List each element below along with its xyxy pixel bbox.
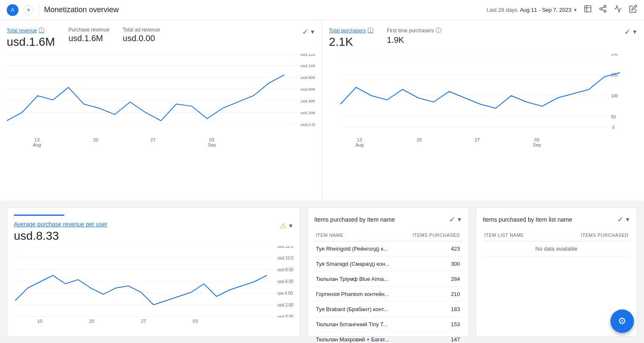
col-items-purchased-header: ITEMS PURCHASED [403, 229, 462, 241]
total-revenue-info-icon[interactable]: ⓘ [39, 27, 44, 34]
purchasers-check-icon: ✓ [624, 27, 631, 37]
total-purchasers-info-icon[interactable]: ⓘ [368, 27, 373, 34]
x-label-aug13: 13Aug [33, 137, 41, 147]
total-purchasers-text: Total purchasers [329, 28, 366, 34]
first-time-purchasers-value: 1.9K [387, 35, 441, 45]
table-row: Тюльпан ботанічний Tiny T... 153 [314, 317, 462, 332]
no-data-message: No data available [483, 241, 631, 257]
main-content: Total revenue ⓘ usd.1.6M Purchase revenu… [0, 20, 644, 343]
avg-revenue-chart: usd.12.00 usd.10.00 usd.8.00 usd.6.00 гр… [14, 246, 293, 324]
purch-x-label-aug20: 20 [417, 137, 422, 147]
total-revenue-text: Total revenue [7, 28, 37, 34]
items-by-list-table: ITEM LIST NAME ITEMS PURCHASED No data a… [483, 229, 631, 257]
settings-fab-icon: ⚙ [618, 316, 626, 327]
items-by-name-dropdown-button[interactable]: ▾ [457, 215, 462, 224]
first-time-purchasers-metric: First time purchasers ⓘ 1.9K [387, 27, 441, 45]
date-range-selector[interactable]: Last 28 days Aug 11 - Sep 7, 2023 ▾ [486, 7, 577, 13]
items-by-list-dropdown-button[interactable]: ▾ [625, 215, 630, 224]
total-revenue-metric: Total revenue ⓘ usd.1.6M [7, 27, 55, 49]
purchasers-chart-svg: 200 150 100 50 0 [329, 54, 637, 138]
svg-text:usd.8.00: usd.8.00 [277, 267, 293, 272]
svg-text:50: 50 [611, 115, 616, 119]
purchasers-dropdown-button[interactable]: ▾ [632, 27, 637, 37]
chart-icon[interactable] [584, 5, 592, 15]
svg-text:usd.80K: usd.80K [300, 75, 315, 80]
page-title: Monetization overview [44, 5, 481, 14]
tab-underline [14, 215, 64, 216]
item-purchased-cell: 300 [403, 257, 462, 272]
svg-text:usd.0.00: usd.0.00 [300, 122, 315, 127]
items-by-name-table: ITEM NAME ITEMS PURCHASED Туя Rheingold … [314, 229, 462, 343]
avg-x-label-20: 20 [89, 319, 94, 324]
add-account-button[interactable]: + [23, 5, 34, 15]
revenue-metrics: Total revenue ⓘ usd.1.6M Purchase revenu… [7, 27, 160, 49]
item-name-cell: Туя Smaragd (Смарагд) кон... [314, 257, 403, 272]
avg-x-label-03: 03 [193, 319, 198, 324]
purchase-revenue-text: Purchase revenue [68, 27, 109, 33]
svg-text:100: 100 [611, 94, 618, 98]
item-name-cell: Тюльпан Тріумф Blue Aima... [314, 272, 403, 287]
avg-revenue-section: Average purchase revenue per user usd.8.… [14, 221, 107, 243]
revenue-check-icon: ✓ [302, 27, 308, 37]
total-purchasers-metric: Total purchasers ⓘ 2.1K [329, 27, 373, 49]
analytics-icon[interactable] [614, 5, 622, 15]
total-revenue-label[interactable]: Total revenue ⓘ [7, 27, 55, 34]
items-by-list-check-icon: ✓ [617, 215, 623, 224]
total-ad-revenue-text: Total ad revenue [123, 27, 160, 33]
svg-text:usd.20K: usd.20K [300, 110, 315, 115]
item-purchased-cell: 210 [403, 287, 462, 302]
col-item-name-header: ITEM NAME [314, 229, 403, 241]
svg-text:usd.10.00: usd.10.00 [277, 256, 293, 260]
purchase-revenue-value: usd.1.6M [68, 34, 109, 43]
svg-text:200: 200 [611, 54, 618, 56]
top-panels-row: Total revenue ⓘ usd.1.6M Purchase revenu… [0, 20, 644, 201]
svg-text:usd.100K: usd.100K [300, 63, 315, 68]
revenue-x-labels: 13Aug 20 27 03Sep [7, 137, 315, 147]
first-time-purchasers-info-icon[interactable]: ⓘ [435, 27, 441, 34]
items-by-name-header: Items purchased by Item name ✓ ▾ [314, 215, 462, 224]
item-purchased-cell: 423 [403, 241, 462, 257]
purch-x-label-sep03: 03Sep [533, 137, 541, 147]
avg-revenue-x-labels: 10 20 27 03 [14, 319, 293, 324]
svg-text:usd.60K: usd.60K [300, 87, 315, 92]
avg-x-label-27: 27 [141, 319, 146, 324]
item-purchased-cell: 153 [403, 317, 462, 332]
settings-fab[interactable]: ⚙ [610, 309, 634, 333]
table-row: Гортензія Phantom контейн... 210 [314, 287, 462, 302]
item-name-cell: Туя Rheingold (Рейнголд) к... [314, 241, 403, 257]
item-name-cell: Туя Brabant (Брабант) конт... [314, 302, 403, 317]
header-divider [39, 5, 39, 15]
avg-revenue-chart-svg: usd.12.00 usd.10.00 usd.8.00 usd.6.00 гр… [14, 246, 293, 317]
purchasers-panel-header: Total purchasers ⓘ 2.1K First time purch… [329, 27, 637, 52]
share-icon[interactable] [599, 5, 607, 15]
revenue-chart: usd.120K usd.100K usd.80K usd.60K usd.40… [7, 54, 315, 147]
total-ad-revenue-value: usd.0.00 [123, 34, 160, 43]
svg-text:usd.120K: usd.120K [300, 54, 315, 57]
revenue-dropdown-button[interactable]: ▾ [310, 27, 315, 37]
svg-text:грн.4.00: грн.4.00 [277, 291, 293, 296]
total-ad-revenue-metric: Total ad revenue usd.0.00 [123, 27, 160, 43]
total-revenue-value: usd.1.6M [7, 35, 55, 49]
date-label: Last 28 days [486, 7, 517, 13]
total-purchasers-label[interactable]: Total purchasers ⓘ [329, 27, 373, 34]
table-row: Туя Rheingold (Рейнголд) к... 423 [314, 241, 462, 257]
date-dropdown-icon[interactable]: ▾ [574, 7, 577, 13]
edit-icon[interactable] [629, 5, 637, 15]
item-name-cell: Тюльпан Махровий + Багат... [314, 332, 403, 343]
avg-revenue-warning-icon: ⚠ [280, 221, 287, 230]
svg-text:usd.12.00: usd.12.00 [277, 246, 293, 249]
x-label-aug20: 20 [93, 137, 98, 147]
item-purchased-cell: 183 [403, 302, 462, 317]
svg-text:0: 0 [613, 125, 615, 130]
avg-revenue-dropdown-button[interactable]: ▾ [288, 221, 293, 230]
revenue-chart-svg: usd.120K usd.100K usd.80K usd.60K usd.40… [7, 54, 315, 138]
user-avatar[interactable]: A [7, 4, 18, 16]
purchasers-metrics: Total purchasers ⓘ 2.1K First time purch… [329, 27, 441, 49]
items-by-name-panel: Items purchased by Item name ✓ ▾ ITEM NA… [307, 207, 469, 337]
table-row: Туя Smaragd (Смарагд) кон... 300 [314, 257, 462, 272]
avg-revenue-title[interactable]: Average purchase revenue per user [14, 221, 107, 228]
total-ad-revenue-label: Total ad revenue [123, 27, 160, 33]
item-purchased-cell: 284 [403, 272, 462, 287]
avg-revenue-value: usd.8.33 [14, 229, 107, 243]
purch-x-label-aug27: 27 [475, 137, 480, 147]
